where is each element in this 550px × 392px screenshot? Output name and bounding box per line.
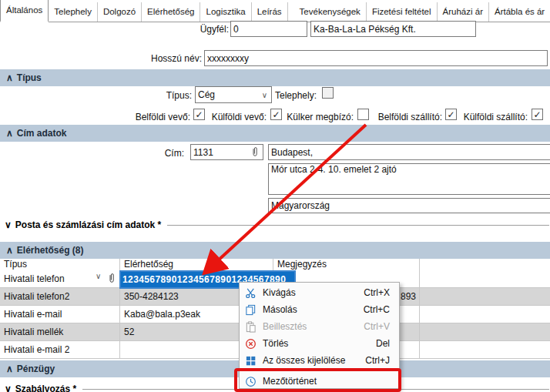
section-header-elerhetoseg[interactable]: ∧Elérhetőség (8) <box>0 242 550 259</box>
tab-altalanos[interactable]: Általános <box>0 0 49 22</box>
column-header-extra[interactable] <box>420 259 549 270</box>
menu-item-copy[interactable]: Másolás Ctrl+C <box>240 301 399 318</box>
menu-separator <box>240 370 398 371</box>
table-header-row: Típus Elérhetőség Megjegyzés <box>0 259 550 271</box>
delete-icon <box>244 337 257 350</box>
hosszu-nev-field[interactable] <box>204 50 548 66</box>
menu-item-paste[interactable]: Beillesztés Ctrl+V <box>240 318 399 335</box>
tab-elerhetoseg[interactable]: Elérhetőség <box>142 2 200 22</box>
kulker-megbizo-label: Külker megbízó: <box>280 110 354 124</box>
tab-tevekenysegek[interactable]: Tevékenységek <box>294 2 367 22</box>
column-header-elerhetoseg[interactable]: Elérhetőség <box>120 259 273 270</box>
tab-artabla-es-ar[interactable]: Ártábla és ár <box>489 2 550 22</box>
context-menu: Kivágás Ctrl+X Másolás Ctrl+C Beilleszté… <box>239 282 400 389</box>
section-header-cim-adatok[interactable]: ∧Cím adatok <box>0 125 550 142</box>
section-header-posta[interactable]: ∨ Posta és számlázási cím adatok * <box>5 219 550 231</box>
copy-icon <box>244 303 257 316</box>
history-clock-icon <box>244 375 257 387</box>
scissors-icon <box>244 286 257 299</box>
expand-icon: ∨ <box>5 384 12 392</box>
menu-item-field-history[interactable]: Mezőtörténet <box>240 373 399 390</box>
ugyfel-label: Ügyfél: <box>159 22 229 36</box>
belfoldi-szallito-label: Belföldi szállító: <box>365 110 442 124</box>
tab-dolgozo[interactable]: Dolgozó <box>98 2 142 22</box>
telephely-label: Telephely: <box>275 89 317 102</box>
collapse-icon: ∧ <box>6 364 13 374</box>
hosszu-nev-label: Hosszú név: <box>132 52 202 65</box>
ugyfel-id-field[interactable] <box>230 21 307 37</box>
collapse-icon: ∧ <box>6 245 13 256</box>
telephely-checkbox[interactable] <box>322 87 334 99</box>
tipus-select[interactable]: Cég ∨ <box>195 86 272 103</box>
tab-aruhazi-ar[interactable]: Áruházi ár <box>438 2 489 22</box>
menu-item-delete[interactable]: Törlés Del <box>240 335 399 352</box>
tab-fizetesi-feltetel[interactable]: Fizetési feltétel <box>367 2 438 22</box>
tab-telephely[interactable]: Telephely <box>49 2 98 22</box>
menu-item-select-all[interactable]: Az összes kijelölése Ctrl+J <box>240 352 399 369</box>
belfoldi-vevo-label: Belföldi vevő: <box>121 110 190 124</box>
paperclip-icon[interactable] <box>108 273 116 286</box>
section-header-tipus[interactable]: ∧Típus <box>0 69 550 86</box>
tipus-label: Típus: <box>138 89 192 102</box>
ugyfel-name-field[interactable] <box>310 21 476 37</box>
paste-icon <box>244 320 257 333</box>
select-all-icon <box>244 354 257 367</box>
chevron-down-icon[interactable]: ∨ <box>96 272 101 280</box>
expand-icon: ∨ <box>5 219 12 230</box>
street-field[interactable]: Mór utca 2-4. 10. emelet 2 ajtó <box>268 163 550 195</box>
paperclip-icon[interactable] <box>251 146 260 158</box>
chevron-down-icon: ∨ <box>262 91 267 99</box>
kulfoldi-szallito-label: Külföldi szállító: <box>451 110 528 124</box>
tab-bar: Általános Telephely Dolgozó Elérhetőség … <box>0 0 550 22</box>
column-header-tipus[interactable]: Típus <box>0 259 120 270</box>
cim-label: Cím: <box>153 146 184 160</box>
column-header-megjegyzes[interactable]: Megjegyzés <box>273 259 420 270</box>
country-field[interactable] <box>268 198 550 213</box>
kulfoldi-vevo-label: Külföldi vevő: <box>197 110 267 124</box>
tab-logisztika[interactable]: Logisztika <box>200 2 251 22</box>
collapse-icon: ∧ <box>6 72 13 83</box>
customer-editor-window: Általános Telephely Dolgozó Elérhetőség … <box>0 0 550 392</box>
city-field[interactable] <box>268 144 550 160</box>
menu-item-cut[interactable]: Kivágás Ctrl+X <box>240 284 399 301</box>
divider <box>167 225 549 226</box>
collapse-icon: ∧ <box>6 128 13 139</box>
kulfoldi-szallito-checkbox[interactable]: ✓ <box>532 109 543 120</box>
tab-leiras[interactable]: Leírás <box>252 2 288 22</box>
